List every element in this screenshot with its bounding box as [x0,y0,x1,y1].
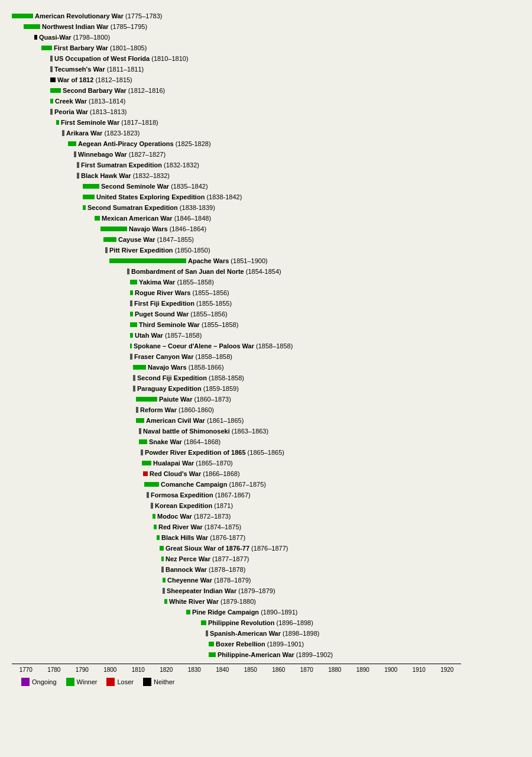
war-row: Black Hills War (1876-1877) [12,532,520,543]
war-label: Naval battle of Shimonoseki (1863–1863) [143,428,268,435]
war-dates: (1865–1865) [246,449,284,456]
war-dates: (1878–1878) [207,566,245,573]
war-dates: (1877–1877) [210,555,249,562]
war-bar [130,322,137,327]
war-row: Peoria War (1813–1813) [12,106,520,117]
war-bar [41,46,52,50]
war-bar [68,141,76,146]
war-dates: (1871) [212,502,233,509]
war-bar [130,354,132,360]
war-dates: (1855–1856) [189,310,227,318]
war-dates: (1866–1868) [201,470,239,477]
war-dates: (1817–1818) [119,119,158,126]
legend-row: OngoingWinnerLoserNeither [12,678,520,686]
axis-label: 1820 [153,667,181,673]
war-name: Paiute War [159,396,192,403]
war-row: Cayuse War (1847–1855) [12,234,520,245]
legend-item: Loser [106,678,134,686]
war-name: Boxer Rebellion [216,640,265,648]
war-label: Modoc War (1872–1873) [157,513,231,520]
war-row: Naval battle of Shimonoseki (1863–1863) [12,426,520,436]
war-row: Navajo Wars (1846–1864) [12,224,520,234]
war-label: Powder River Expedition of 1865 (1865–18… [145,449,284,456]
war-dates: (1858–1858) [193,353,232,360]
war-label: Second Fiji Expedition (1858-1858) [137,374,244,381]
war-label: First Seminole War (1817–1818) [61,119,158,126]
war-name: US Occupation of West Florida [54,55,150,62]
axis-label: 1790 [68,667,96,673]
war-name: American Civil War [146,417,205,424]
war-bar [151,503,153,509]
war-dates: (1874–1875) [203,523,241,530]
war-bar [133,386,135,392]
war-bar [161,557,164,561]
war-label: Red Cloud's War (1866–1868) [150,470,240,477]
war-dates: (1899–1902) [294,651,333,658]
war-dates: (1858–1858) [254,342,293,350]
war-bar [103,237,116,242]
war-label: Nez Perce War (1877–1877) [166,555,249,562]
war-row: Great Sioux War of 1876-77 (1876–1877) [12,543,520,554]
war-bar [50,66,53,72]
war-row: First Seminole War (1817–1818) [12,117,520,128]
war-name: Cayuse War [118,236,155,243]
war-dates: (1855–1858) [200,321,238,328]
war-bar [50,109,53,115]
war-bar [130,344,132,348]
war-name: Cheyenne War [167,577,212,584]
war-dates: (1864–1868) [182,438,220,445]
war-row: American Revolutionary War (1775–1783) [12,11,520,21]
axis-label: 1780 [40,667,69,673]
war-label: Third Seminole War (1855–1858) [139,321,238,328]
war-name: Great Sioux War of 1876-77 [166,545,249,552]
war-name: Pitt River Expedition [109,247,173,254]
war-bar [133,365,146,370]
war-dates: (1838-1839) [178,204,215,211]
war-label: Red River War (1874–1875) [158,523,241,530]
war-bar [209,642,214,646]
war-row: Red River War (1874–1875) [12,522,520,532]
war-dates: (1812–1816) [126,87,165,94]
war-name: Red Cloud's War [150,470,201,477]
war-bar [77,173,79,179]
war-name: Navajo Wars [148,364,187,371]
war-dates: (1835–1842) [169,183,207,190]
war-dates: (1813–1813) [88,108,126,115]
war-dates: (1785–1795) [109,23,147,30]
war-row: Pitt River Expedition (1850-1850) [12,245,520,255]
war-name: Snake War [149,438,182,445]
war-label: Comanche Campaign (1867–1875) [161,481,266,488]
war-row: Snake War (1864–1868) [12,436,520,447]
war-row: First Barbary War (1801–1805) [12,43,520,53]
war-bar [130,280,137,284]
war-dates: (1878–1879) [212,577,251,584]
axis-label: 1830 [180,667,209,673]
war-bar [12,14,33,18]
war-label: American Revolutionary War (1775–1783) [35,12,162,20]
war-name: First Barbary War [54,44,108,51]
war-label: Apache Wars (1851–1900) [188,257,268,264]
war-bar [147,492,149,498]
war-label: Navajo Wars (1858-1866) [148,364,224,371]
war-name: Bombardment of San Juan del Norte [131,268,244,275]
war-label: Pine Ridge Campaign (1890–1891) [192,609,298,616]
war-dates: (1858-1866) [187,364,224,371]
war-label: United States Exploring Expedition (1838… [96,193,242,200]
war-name: Aegean Anti-Piracy Operations [78,140,174,147]
war-dates: (1867-1867) [213,491,251,499]
war-dates: (1838-1842) [205,193,242,200]
war-name: Fraser Canyon War [134,353,193,360]
war-name: Northwest Indian War [42,23,109,30]
war-row: First Fiji Expedition (1855-1855) [12,298,520,309]
war-dates: (1890–1891) [259,609,297,616]
war-label: Sheepeater Indian War (1879–1879) [167,587,275,594]
war-dates: (1857–1858) [163,332,202,339]
war-row: Second Sumatran Expedition (1838-1839) [12,202,520,213]
timeline-axis: 1770178017901800181018201830184018501860… [12,664,461,673]
war-name: Arikara War [66,130,102,137]
war-row: Northwest Indian War (1785–1795) [12,21,520,32]
war-bar [74,151,76,157]
war-bar [209,652,216,657]
axis-label: 1800 [96,667,125,673]
war-name: Utah War [135,332,163,339]
